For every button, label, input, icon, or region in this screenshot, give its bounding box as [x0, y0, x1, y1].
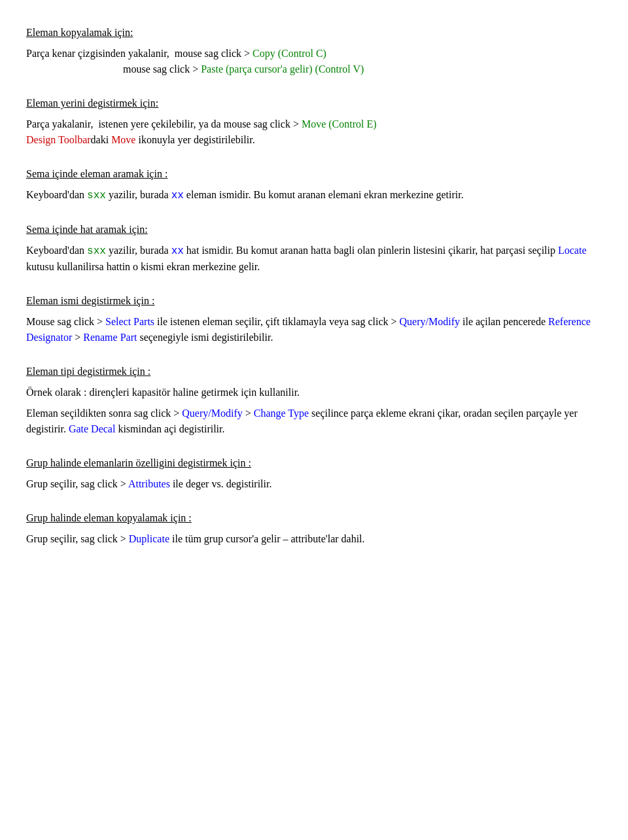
search-element-heading: Sema içinde eleman aramak için : [26, 166, 602, 182]
xx-mono-blue-1: xx [171, 190, 184, 201]
move-paragraph: Parça yakalanir, istenen yere çekilebili… [26, 116, 602, 148]
query-modify-blue-2: Query/Modify [182, 408, 242, 419]
select-parts-blue: Select Parts [105, 316, 154, 327]
copy-heading: Eleman kopyalamak için: [26, 25, 602, 41]
group-copy-paragraph: Grup seçilir, sag click > Duplicate ile … [26, 531, 602, 547]
copy-section: Eleman kopyalamak için: Parça kenar çizg… [26, 25, 602, 77]
group-copy-heading: Grup halinde eleman kopyalamak için : [26, 510, 602, 526]
copy-green-1: Copy (Control C) [253, 48, 326, 59]
group-attr-paragraph: Grup seçilir, sag click > Attributes ile… [26, 476, 602, 492]
rename-paragraph: Mouse sag click > Select Parts ile isten… [26, 314, 602, 345]
move-section: Eleman yerini degistirmek için: Parça ya… [26, 96, 602, 148]
change-type-p1: Örnek olarak : dirençleri kapasitör hali… [26, 385, 602, 400]
attributes-blue: Attributes [128, 478, 170, 489]
group-copy-section: Grup halinde eleman kopyalamak için : Gr… [26, 510, 602, 547]
search-net-heading: Sema içinde hat aramak için: [26, 222, 602, 237]
move-heading: Eleman yerini degistirmek için: [26, 96, 602, 111]
change-type-p2: Eleman seçildikten sonra sag click > Que… [26, 406, 602, 437]
move-green: Move (Control E) [302, 118, 377, 130]
move-red-2: Move [111, 134, 135, 145]
change-type-section: Eleman tipi degistirmek için : Örnek ola… [26, 364, 602, 437]
rename-section: Eleman ismi degistirmek için : Mouse sag… [26, 293, 602, 345]
query-modify-blue-1: Query/Modify [400, 316, 460, 327]
search-element-paragraph: Keyboard'dan sxx yazilir, burada xx elem… [26, 187, 602, 203]
xx-mono-blue-2: xx [171, 245, 184, 257]
rename-part-blue: Rename Part [83, 332, 137, 343]
search-net-section: Sema içinde hat aramak için: Keyboard'da… [26, 222, 602, 275]
page-content: Eleman kopyalamak için: Parça kenar çizg… [26, 25, 602, 547]
group-attr-section: Grup halinde elemanlarin özelligini degi… [26, 455, 602, 492]
group-attr-heading: Grup halinde elemanlarin özelligini degi… [26, 455, 602, 471]
search-net-paragraph: Keyboard'dan sxx yazilir, burada xx hat … [26, 243, 602, 275]
change-type-blue: Change Type [254, 408, 309, 419]
rename-heading: Eleman ismi degistirmek için : [26, 293, 602, 309]
copy-paragraph: Parça kenar çizgisinden yakalanir, mouse… [26, 46, 602, 77]
sxx-mono-2: sxx [87, 245, 106, 257]
locate-blue: Locate [558, 245, 587, 256]
move-red-1: Design Toolbar [26, 134, 91, 145]
sxx-mono-1: sxx [87, 190, 106, 201]
copy-green-2: Paste (parça cursor'a gelir) (Control V) [201, 63, 364, 75]
search-element-section: Sema içinde eleman aramak için : Keyboar… [26, 166, 602, 203]
change-type-heading: Eleman tipi degistirmek için : [26, 364, 602, 379]
duplicate-blue: Duplicate [129, 533, 169, 544]
gate-decal-blue: Gate Decal [69, 423, 116, 434]
